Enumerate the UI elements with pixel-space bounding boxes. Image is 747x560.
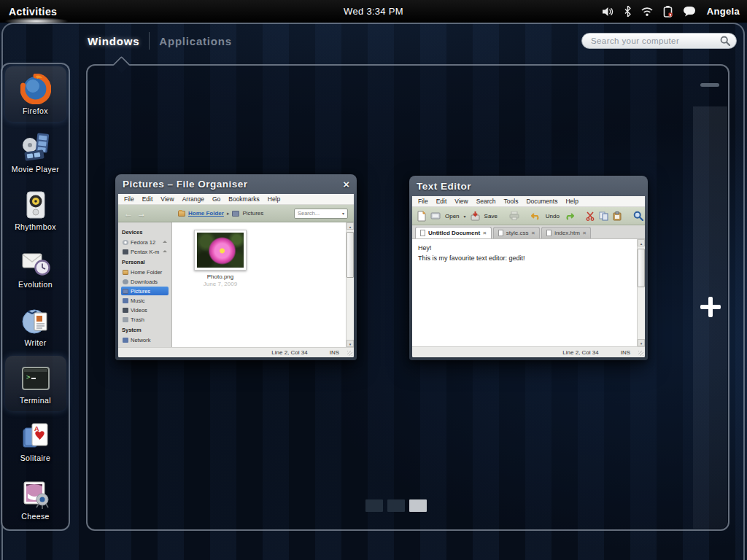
save-label[interactable]: Save (484, 213, 498, 219)
find-icon[interactable] (633, 211, 643, 221)
dock-item-firefox[interactable]: Firefox (5, 66, 66, 122)
svg-text:>: > (26, 373, 31, 381)
open-icon[interactable] (430, 212, 441, 220)
copy-icon[interactable] (599, 211, 608, 221)
add-workspace-button[interactable] (700, 296, 721, 318)
workspace-thumb-2[interactable] (387, 499, 405, 512)
scroll-up-icon[interactable]: ▴ (638, 239, 645, 246)
dock-label: Terminal (20, 396, 51, 405)
print-icon[interactable] (509, 211, 519, 220)
save-icon[interactable] (471, 211, 480, 221)
text-editor-content[interactable]: Hey! This is my favourite text editor: g… (412, 239, 637, 346)
workspace-thumb-1[interactable] (365, 499, 383, 512)
menu-search[interactable]: Search (476, 198, 496, 205)
eject-icon[interactable] (163, 241, 167, 243)
dock-item-movie-player[interactable]: Movie Player (5, 125, 66, 180)
close-tab-icon[interactable]: × (483, 230, 487, 236)
close-tab-icon[interactable]: × (583, 230, 587, 236)
sidebar-item-home-folder[interactable]: Home Folder (121, 268, 169, 276)
dock: Firefox Movie Player Rhythmbox Evolution… (1, 63, 70, 531)
dock-item-evolution[interactable]: Evolution (5, 240, 66, 295)
tab-untitled-document[interactable]: Untitled Document × (415, 227, 492, 238)
open-label[interactable]: Open (445, 213, 460, 219)
sidebar-item-pictures-selected[interactable]: Pictures (121, 287, 169, 295)
sidebar-item-network[interactable]: Network (121, 335, 169, 344)
dock-item-cheese[interactable]: Cheese (5, 472, 66, 527)
top-bar: Activities Wed 3:34 PM Angela (0, 0, 747, 23)
sidebar-item-fedora12[interactable]: Fedora 12 (121, 238, 169, 246)
menu-help[interactable]: Help (268, 195, 280, 203)
collapse-strip-icon[interactable] (700, 83, 719, 87)
writer-icon (20, 305, 52, 337)
sidebar-item-videos[interactable]: Videos (121, 306, 169, 314)
menu-help[interactable]: Help (565, 198, 578, 205)
sidebar-item-downloads[interactable]: Downloads (121, 277, 169, 286)
sidebar-item-trash[interactable]: Trash (121, 315, 169, 324)
chat-bubble-icon[interactable] (683, 6, 696, 17)
scroll-up-icon[interactable]: ▴ (347, 222, 354, 230)
document-icon (546, 230, 551, 236)
dock-item-writer[interactable]: Writer (5, 298, 66, 354)
scrollbar-thumb[interactable] (638, 249, 645, 287)
file-item-photo[interactable]: Photo.png June 7, 2009 (185, 230, 255, 287)
undo-label[interactable]: Undo (546, 213, 560, 219)
menu-view[interactable]: View (454, 198, 468, 205)
file-organiser-titlebar[interactable]: Pictures – File Organiser × (115, 174, 357, 194)
scrollbar-vertical[interactable]: ▴ ▾ (346, 222, 354, 347)
menu-arrange[interactable]: Arrange (182, 195, 204, 203)
cursor-position: Line 2, Col 34 (271, 349, 307, 356)
close-tab-icon[interactable]: × (531, 230, 535, 236)
scrollbar-thumb[interactable] (347, 232, 354, 278)
breadcrumb-home-link[interactable]: Home Folder (188, 210, 224, 217)
search-input[interactable]: Search your computer (581, 33, 737, 49)
breadcrumb-arrow-icon: ▸ (227, 211, 230, 217)
sidebar-item-pentax[interactable]: Pentax K-m (121, 247, 169, 256)
undo-icon[interactable] (531, 211, 541, 220)
bluetooth-icon[interactable] (624, 6, 631, 17)
eject-icon[interactable] (163, 250, 167, 252)
scroll-down-icon[interactable]: ▾ (347, 340, 354, 347)
menu-tools[interactable]: Tools (504, 198, 519, 205)
menu-file[interactable]: File (124, 195, 134, 203)
menu-documents[interactable]: Documents (526, 198, 557, 205)
forward-icon[interactable]: → (137, 209, 146, 219)
menu-file[interactable]: File (418, 198, 428, 205)
activities-glow (4, 18, 69, 25)
new-document-icon[interactable] (417, 211, 426, 222)
user-menu[interactable]: Angela (707, 6, 740, 17)
search-placeholder: Search your computer (591, 36, 720, 45)
file-organiser-window[interactable]: Pictures – File Organiser × File Edit Vi… (115, 174, 357, 360)
menu-edit[interactable]: Edit (436, 198, 447, 205)
resize-grip[interactable] (347, 351, 352, 356)
rhythmbox-icon (20, 189, 52, 221)
dock-item-solitaire[interactable]: A Solitaire (5, 413, 66, 469)
scrollbar-vertical[interactable]: ▴ ▾ (637, 239, 645, 346)
back-icon[interactable]: ← (124, 209, 133, 219)
battery-icon[interactable] (663, 6, 673, 18)
menu-go[interactable]: Go (212, 195, 220, 203)
tab-index-htm[interactable]: index.htm × (541, 227, 591, 238)
menu-edit[interactable]: Edit (142, 195, 153, 203)
chevron-down-icon[interactable]: ▾ (464, 214, 466, 219)
paste-icon[interactable] (613, 211, 622, 221)
dock-label: Evolution (18, 280, 53, 289)
tab-style-css[interactable]: style.css × (493, 227, 540, 238)
scroll-down-icon[interactable]: ▾ (638, 339, 645, 346)
redo-icon[interactable] (564, 211, 574, 220)
volume-icon[interactable] (603, 7, 615, 17)
text-editor-window[interactable]: Text Editor File Edit View Search Tools … (409, 176, 648, 360)
menu-view[interactable]: View (160, 195, 174, 203)
text-editor-titlebar[interactable]: Text Editor (409, 176, 648, 196)
sidebar-item-music[interactable]: Music (121, 296, 169, 305)
file-search-combo[interactable]: Search... ▾ (294, 209, 348, 219)
resize-grip[interactable] (638, 351, 643, 356)
menu-bookmarks[interactable]: Bookmarks (228, 195, 260, 203)
dock-item-rhythmbox[interactable]: Rhythmbox (5, 182, 66, 238)
dock-item-terminal[interactable]: > Terminal (5, 356, 66, 411)
wifi-icon[interactable] (640, 7, 654, 16)
close-window-button[interactable]: × (343, 178, 349, 190)
tab-applications[interactable]: Applications (159, 35, 232, 47)
workspace-thumb-3-active[interactable] (409, 499, 427, 512)
cut-icon[interactable] (586, 211, 595, 221)
tab-windows[interactable]: Windows (88, 35, 139, 47)
